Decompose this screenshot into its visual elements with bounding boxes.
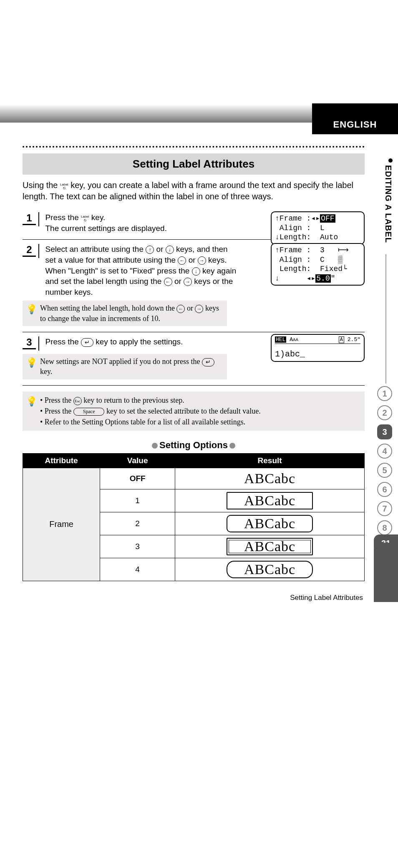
step-3: 3 Press the ↵ key to apply the settings.… xyxy=(23,332,365,386)
col-result: Result xyxy=(175,453,365,468)
notes-box: 💡 Press the Esc key to return to the pre… xyxy=(23,391,365,431)
chapter-8: 8 xyxy=(377,520,392,535)
value-cell: 4 xyxy=(100,558,175,581)
chapter-6: 6 xyxy=(377,482,392,497)
left-key-icon: ← xyxy=(164,278,172,286)
chapter-4: 4 xyxy=(377,444,392,459)
lcd-screen-2: ↑Frame : 3 ⟼ Align : C ▒ Length: Fixed└ … xyxy=(271,243,365,286)
step-number: 2 xyxy=(23,244,36,257)
step-number: 1 xyxy=(23,212,36,225)
attribute-cell: Frame xyxy=(23,468,100,581)
footer-caption: Setting Label Attributes xyxy=(23,594,365,602)
right-key-icon: → xyxy=(195,305,203,313)
options-heading: Setting Options xyxy=(23,440,365,451)
thumb-tab xyxy=(374,543,398,602)
enter-key-icon: ↵ xyxy=(202,358,214,367)
dotted-rule xyxy=(23,146,365,148)
value-cell: 3 xyxy=(100,535,175,558)
down-key-icon: ↓ xyxy=(166,246,174,254)
up-key-icon: ↑ xyxy=(146,246,154,254)
result-cell: ABCabc xyxy=(175,489,365,512)
chapter-index: 1 2 3 4 5 6 7 8 9 xyxy=(377,386,394,559)
value-cell: 2 xyxy=(100,512,175,535)
section-title: Setting Label Attributes xyxy=(23,153,365,175)
chapter-2: 2 xyxy=(377,405,392,420)
bulb-icon: 💡 xyxy=(26,303,37,316)
result-cell: ABCabc xyxy=(175,512,365,535)
result-cell: ABCabc xyxy=(175,535,365,558)
top-banner: ENGLISH xyxy=(0,0,398,129)
label-key-icon: Label⎋ xyxy=(60,182,68,190)
space-key-icon: Space xyxy=(73,408,105,416)
step-number: 3 xyxy=(23,336,36,349)
col-value: Value xyxy=(100,453,175,468)
tip-note: 💡 New settings are NOT applied if you do… xyxy=(23,354,227,379)
step-1: 1 Press the Label⎋ key. The current sett… xyxy=(23,208,365,240)
enter-key-icon: ↵ xyxy=(81,338,93,347)
intro-paragraph: Using the Label⎋ key, you can create a l… xyxy=(23,180,365,202)
bulb-icon: 💡 xyxy=(26,356,37,369)
chapter-guide-line xyxy=(385,254,386,384)
result-cell: ABCabc xyxy=(175,558,365,581)
value-cell: OFF xyxy=(100,468,175,489)
chapter-7: 7 xyxy=(377,501,392,516)
esc-key-icon: Esc xyxy=(73,397,82,405)
left-key-icon: ← xyxy=(178,256,186,265)
value-cell: 1 xyxy=(100,489,175,512)
right-key-icon: → xyxy=(184,278,192,286)
label-key-icon: Label⎋ xyxy=(81,214,89,222)
table-header-row: Attribute Value Result xyxy=(23,453,365,468)
result-cell: ABCabc xyxy=(175,468,365,489)
chapter-5: 5 xyxy=(377,463,392,478)
step-2: 2 Select an attribute using the ↑ or ↓ k… xyxy=(23,240,365,332)
chapter-1: 1 xyxy=(377,386,392,401)
setting-options-table: Attribute Value Result Frame OFF ABCabc … xyxy=(23,453,365,581)
chapter-3: 3 xyxy=(377,424,392,439)
left-key-icon: ← xyxy=(176,305,185,313)
table-row: Frame OFF ABCabc xyxy=(23,468,365,489)
tip-note: 💡 When setting the label length, hold do… xyxy=(23,301,227,326)
language-tab: ENGLISH xyxy=(312,103,398,134)
lcd-screen-3: HEL AAA A 2.5" 1)abc_ xyxy=(271,334,365,362)
col-attribute: Attribute xyxy=(23,453,100,468)
right-key-icon: → xyxy=(198,256,206,265)
bulb-icon: 💡 xyxy=(26,395,37,408)
down-key-icon: ↓ xyxy=(192,267,200,276)
section-tab: EDITING A LABEL xyxy=(381,158,393,243)
